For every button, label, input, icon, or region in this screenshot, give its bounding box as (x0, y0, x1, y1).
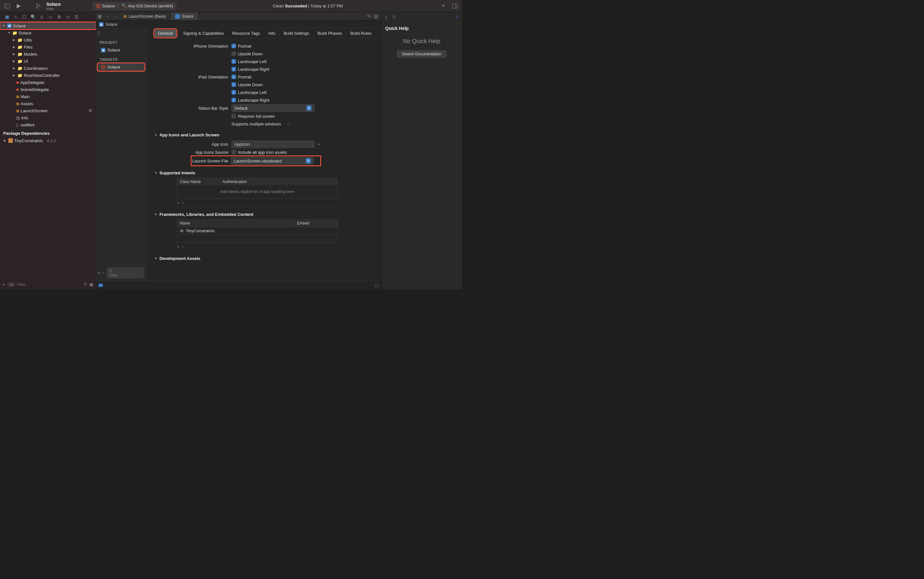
tab-launchscreen[interactable]: ▦LaunchScreen (Base) (119, 12, 171, 20)
add-framework-icon[interactable]: + (177, 244, 180, 249)
framework-row[interactable]: 🏛TinyConstraints (177, 227, 337, 234)
ipad-orientation-label: iPad Orientation (154, 75, 232, 79)
project-section-header: PROJECT (96, 37, 146, 46)
tree-root[interactable]: ▼▦ Solace (0, 22, 96, 29)
project-item[interactable]: ▦Solace (98, 46, 144, 54)
report-nav-icon[interactable]: ☰ (74, 14, 79, 19)
tree-folder-files[interactable]: ▶📁Files (0, 43, 96, 51)
breakpoint-nav-icon[interactable]: ▭ (65, 14, 70, 19)
ipad-landleft-check[interactable]: ✓ (232, 90, 236, 95)
ipad-upside-check[interactable]: ✓ (232, 82, 236, 87)
tree-folder-models[interactable]: ▶📁Models (0, 51, 96, 57)
history-inspector-icon[interactable]: ⏱ (392, 15, 396, 20)
section-supported-intents[interactable]: ▼Supported Intents (154, 166, 373, 178)
target-item[interactable]: Solace (98, 63, 144, 71)
tree-package[interactable]: ▶TinyConstraints 4.0.2 (0, 137, 96, 144)
tree-folder-solace[interactable]: ▼📁Solace (0, 29, 96, 36)
tab-info[interactable]: Info (267, 28, 277, 38)
split-editor-icon[interactable]: ▥ (374, 14, 378, 19)
tree-file-main[interactable]: ▦Main (0, 93, 96, 100)
remove-framework-icon[interactable]: − (182, 244, 184, 249)
toggle-navigator-icon[interactable] (3, 2, 11, 10)
navigator-filter-input[interactable] (17, 283, 82, 287)
add-target-icon[interactable]: + (98, 270, 100, 275)
section-frameworks[interactable]: ▼Frameworks, Libraries, and Embedded Con… (154, 208, 373, 219)
debug-toggle-icon[interactable] (98, 284, 103, 287)
tree-folder-coordinators[interactable]: ▶📁Coordinators (0, 65, 96, 72)
ipad-portrait-check[interactable]: ✓ (232, 75, 236, 79)
tab-build-settings[interactable]: Build Settings (282, 28, 310, 38)
storyboard-icon: ▦ (16, 109, 19, 113)
issue-nav-icon[interactable]: ⚠ (39, 14, 44, 19)
test-nav-icon[interactable]: ◇ (48, 14, 53, 19)
add-icon[interactable]: + (439, 2, 448, 10)
hammer-icon: 🔨 (121, 3, 127, 8)
add-appicon-icon[interactable]: + (318, 142, 320, 147)
target-app-icon (101, 65, 106, 69)
tab-signing[interactable]: Signing & Capabilities (182, 28, 225, 38)
tab-solace[interactable]: Solace (171, 12, 198, 20)
search-documentation-button[interactable]: Search Documentation (397, 51, 446, 57)
iphone-upside-check[interactable] (232, 51, 236, 56)
breadcrumb[interactable]: ▦ Solace (96, 21, 381, 28)
remove-intent-icon[interactable]: − (182, 200, 184, 205)
iphone-landright-check[interactable]: ✓ (232, 67, 236, 71)
scheme-selector[interactable]: Solace 〉 🔨 Any iOS Device (arm64) (92, 2, 177, 10)
add-intent-icon[interactable]: + (177, 200, 180, 205)
project-nav-icon[interactable]: ▦ (5, 14, 10, 19)
editor-options-icon[interactable]: ⇆ (367, 14, 371, 19)
intents-col-auth: Authentication (220, 178, 337, 185)
tree-folder-rootvc[interactable]: ▶📁RootViewController (0, 72, 96, 79)
filter-pill-icon[interactable]: ⌄≡ (7, 282, 15, 287)
back-icon[interactable]: ‹ (103, 14, 111, 19)
iphone-portrait-check[interactable]: ✓ (232, 44, 236, 48)
tab-general[interactable]: General (155, 29, 176, 37)
targets-filter-input[interactable] (109, 273, 142, 278)
recent-icon[interactable]: ⏱ (83, 282, 87, 287)
git-status-m: M (89, 108, 92, 113)
debug-layout-icon[interactable]: ▢ (375, 283, 379, 288)
tree-file-launchscreen[interactable]: ▦LaunchScreenM (0, 107, 96, 114)
find-nav-icon[interactable]: 🔍 (31, 14, 36, 19)
tab-build-rules[interactable]: Build Rules (349, 28, 373, 38)
scm-icon[interactable]: ▣ (90, 282, 93, 287)
toggle-targets-icon[interactable]: ▯ (98, 30, 100, 35)
run-icon[interactable] (14, 2, 23, 10)
help-inspector-icon[interactable]: ? (456, 15, 458, 20)
inspector-panel: ▯ ⏱ ? Quick Help No Quick Help Search Do… (381, 12, 462, 290)
source-control-nav-icon[interactable]: ⎌ (13, 14, 18, 19)
include-all-icons-check[interactable] (232, 150, 236, 154)
tab-build-phases[interactable]: Build Phases (317, 28, 343, 38)
tab-resource-tags[interactable]: Resource Tags (231, 28, 261, 38)
xcode-project-icon: ▦ (7, 23, 11, 28)
library-icon[interactable] (451, 2, 459, 10)
project-title[interactable]: Solace main (46, 2, 61, 11)
symbol-nav-icon[interactable]: ☐ (22, 14, 27, 19)
tree-folder-utils[interactable]: ▶📁Utils (0, 36, 96, 43)
status-bar-select[interactable]: Default⇅ (232, 104, 314, 112)
debug-nav-icon[interactable]: ⚙ (57, 14, 62, 19)
ipad-landright-check[interactable]: ✓ (232, 98, 236, 102)
tree-folder-ui[interactable]: ▶📁UI (0, 57, 96, 65)
tree-file-scenedelegate[interactable]: ◆SceneDelegate (0, 86, 96, 93)
iphone-orientation-label: iPhone Orientation (154, 44, 232, 49)
forward-icon[interactable]: › (111, 14, 119, 19)
iphone-landleft-check[interactable]: ✓ (232, 59, 236, 64)
related-items-icon[interactable]: ▦ (96, 14, 103, 19)
git-branch-icon[interactable] (36, 3, 41, 9)
multi-windows-arrow-icon[interactable]: → (286, 122, 290, 126)
launch-file-select[interactable]: LaunchScreen.storyboard⇅ (231, 157, 314, 165)
tree-file-info[interactable]: ▤Info (0, 114, 96, 121)
full-screen-check[interactable] (232, 114, 236, 118)
section-development-assets[interactable]: ▼Development Assets (154, 252, 373, 263)
tree-file-swiftlint[interactable]: ▯.swiftlint (0, 121, 96, 128)
add-file-icon[interactable]: + (3, 282, 5, 287)
app-icon-field[interactable]: AppIcon (232, 141, 314, 148)
tree-file-appdelegate[interactable]: ◆AppDelegate (0, 79, 96, 86)
section-app-icons[interactable]: ▼App Icons and Launch Screen (154, 128, 373, 140)
svg-point-3 (36, 7, 38, 8)
file-inspector-icon[interactable]: ▯ (385, 15, 387, 20)
remove-target-icon[interactable]: − (102, 270, 105, 275)
editor-tabs: ▦ ‹ › ▦LaunchScreen (Base) Solace ⇆ ▥ (96, 12, 381, 21)
tree-file-assets[interactable]: ▦Assets (0, 100, 96, 107)
